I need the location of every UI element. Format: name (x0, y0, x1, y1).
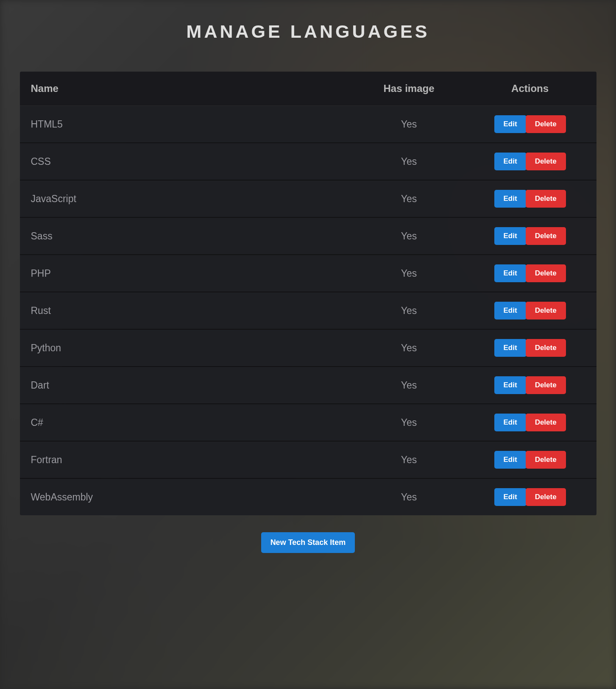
languages-table: Name Has image Actions HTML5YesEditDelet… (20, 72, 596, 515)
edit-button[interactable]: Edit (494, 227, 527, 245)
cell-actions: EditDelete (464, 367, 596, 404)
cell-has-image: Yes (354, 329, 463, 367)
cell-actions: EditDelete (464, 292, 596, 329)
cell-has-image: Yes (354, 292, 463, 329)
delete-button[interactable]: Delete (526, 115, 566, 133)
cell-actions: EditDelete (464, 255, 596, 292)
cell-name: Dart (20, 367, 354, 404)
edit-button[interactable]: Edit (494, 190, 527, 208)
cell-actions: EditDelete (464, 441, 596, 478)
delete-button[interactable]: Delete (526, 488, 566, 506)
cell-name: C# (20, 404, 354, 441)
cell-name: Sass (20, 217, 354, 255)
table-row: PHPYesEditDelete (20, 255, 596, 292)
table-row: SassYesEditDelete (20, 217, 596, 255)
cell-has-image: Yes (354, 441, 463, 478)
cell-name: JavaScript (20, 180, 354, 217)
column-header-actions: Actions (464, 72, 596, 106)
cell-has-image: Yes (354, 106, 463, 143)
edit-button[interactable]: Edit (494, 339, 527, 357)
cell-actions: EditDelete (464, 478, 596, 515)
table-row: WebAssemblyYesEditDelete (20, 478, 596, 515)
delete-button[interactable]: Delete (526, 153, 566, 170)
cell-has-image: Yes (354, 367, 463, 404)
table-row: JavaScriptYesEditDelete (20, 180, 596, 217)
column-header-has-image: Has image (354, 72, 463, 106)
cell-actions: EditDelete (464, 106, 596, 143)
cell-actions: EditDelete (464, 329, 596, 367)
cell-actions: EditDelete (464, 217, 596, 255)
delete-button[interactable]: Delete (526, 264, 566, 282)
delete-button[interactable]: Delete (526, 376, 566, 394)
cell-actions: EditDelete (464, 143, 596, 180)
edit-button[interactable]: Edit (494, 451, 527, 469)
page-title: MANAGE LANGUAGES (20, 21, 596, 42)
delete-button[interactable]: Delete (526, 339, 566, 357)
delete-button[interactable]: Delete (526, 451, 566, 469)
cell-name: CSS (20, 143, 354, 180)
cell-has-image: Yes (354, 404, 463, 441)
delete-button[interactable]: Delete (526, 190, 566, 208)
cell-has-image: Yes (354, 255, 463, 292)
cell-has-image: Yes (354, 143, 463, 180)
delete-button[interactable]: Delete (526, 227, 566, 245)
edit-button[interactable]: Edit (494, 153, 527, 170)
table-row: PythonYesEditDelete (20, 329, 596, 367)
edit-button[interactable]: Edit (494, 264, 527, 282)
cell-has-image: Yes (354, 180, 463, 217)
cell-name: Fortran (20, 441, 354, 478)
edit-button[interactable]: Edit (494, 302, 527, 319)
cell-actions: EditDelete (464, 180, 596, 217)
edit-button[interactable]: Edit (494, 414, 527, 431)
cell-name: WebAssembly (20, 478, 354, 515)
cell-name: PHP (20, 255, 354, 292)
cell-has-image: Yes (354, 217, 463, 255)
table-row: DartYesEditDelete (20, 367, 596, 404)
cell-has-image: Yes (354, 478, 463, 515)
table-row: C#YesEditDelete (20, 404, 596, 441)
table-row: HTML5YesEditDelete (20, 106, 596, 143)
edit-button[interactable]: Edit (494, 376, 527, 394)
cell-name: HTML5 (20, 106, 354, 143)
table-row: FortranYesEditDelete (20, 441, 596, 478)
table-row: RustYesEditDelete (20, 292, 596, 329)
languages-table-wrapper: Name Has image Actions HTML5YesEditDelet… (20, 72, 596, 515)
column-header-name: Name (20, 72, 354, 106)
table-row: CSSYesEditDelete (20, 143, 596, 180)
cell-name: Python (20, 329, 354, 367)
edit-button[interactable]: Edit (494, 115, 527, 133)
delete-button[interactable]: Delete (526, 414, 566, 431)
edit-button[interactable]: Edit (494, 488, 527, 506)
cell-actions: EditDelete (464, 404, 596, 441)
cell-name: Rust (20, 292, 354, 329)
delete-button[interactable]: Delete (526, 302, 566, 319)
new-tech-stack-item-button[interactable]: New Tech Stack Item (261, 532, 355, 553)
